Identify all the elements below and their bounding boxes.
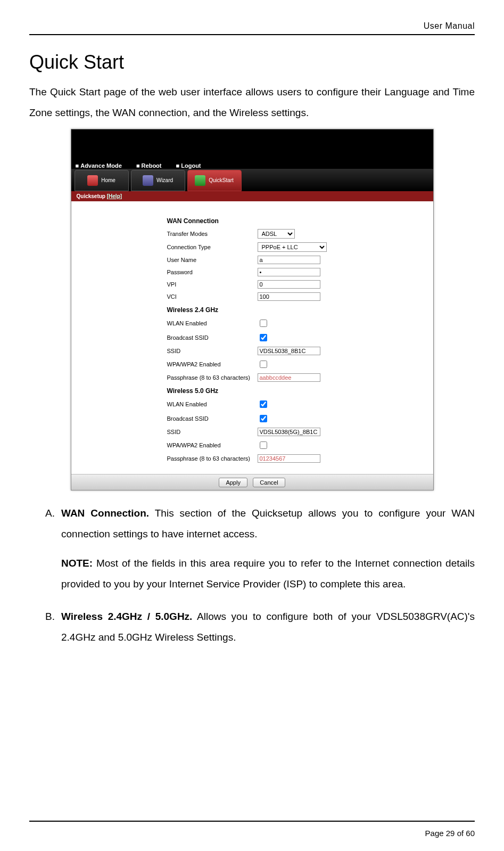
vpi-input[interactable] bbox=[258, 280, 320, 289]
quickstart-icon bbox=[195, 175, 205, 186]
breadcrumb-label: Quicksetup bbox=[77, 193, 105, 199]
wl50-broadcast-checkbox[interactable] bbox=[260, 415, 267, 422]
wl24-wpa-label: WPA/WPA2 Enabled bbox=[167, 361, 258, 367]
wl24-enabled-checkbox[interactable] bbox=[260, 320, 267, 327]
form-button-bar: Apply Cancel bbox=[71, 474, 433, 490]
tab-wizard[interactable]: Wizard bbox=[131, 170, 185, 191]
header-label: User Manual bbox=[29, 21, 475, 34]
wl50-pass-input[interactable] bbox=[258, 454, 320, 463]
item-a: WAN Connection. This section of the Quic… bbox=[45, 503, 475, 595]
connection-type-select[interactable]: PPPoE + LLC bbox=[258, 242, 327, 252]
note-label: NOTE: bbox=[61, 558, 93, 569]
item-b-title: Wireless 2.4GHz / 5.0GHz. bbox=[61, 611, 192, 622]
page-title: Quick Start bbox=[29, 51, 475, 73]
router-screenshot: ■ Advance Mode ■ Reboot ■ Logout Home Wi… bbox=[71, 129, 434, 490]
user-name-input[interactable] bbox=[258, 256, 320, 264]
quicksetup-form: WAN Connection Transfer Modes ADSL Conne… bbox=[71, 201, 433, 474]
footer-rule bbox=[29, 821, 475, 822]
wl24-enabled-label: WLAN Enabled bbox=[167, 320, 258, 326]
wizard-icon bbox=[143, 175, 153, 186]
wl24-ssid-label: SSID bbox=[167, 348, 258, 354]
connection-type-label: Connection Type bbox=[167, 244, 258, 250]
vpi-label: VPI bbox=[167, 281, 258, 288]
tab-home[interactable]: Home bbox=[75, 170, 129, 191]
router-banner bbox=[71, 129, 433, 160]
wl24-wpa-checkbox[interactable] bbox=[260, 361, 267, 368]
user-name-label: User Name bbox=[167, 257, 258, 263]
item-a-title: WAN Connection. bbox=[61, 508, 149, 519]
tab-quickstart[interactable]: QuickStart bbox=[187, 170, 242, 191]
transfer-modes-label: Transfer Modes bbox=[167, 231, 258, 237]
wl24-broadcast-label: Broadcast SSID bbox=[167, 334, 258, 341]
menu-reboot[interactable]: ■ Reboot bbox=[136, 162, 168, 169]
password-input[interactable] bbox=[258, 268, 320, 276]
tab-home-label: Home bbox=[101, 177, 115, 183]
cancel-button[interactable]: Cancel bbox=[253, 478, 285, 487]
wl24-ssid-input[interactable] bbox=[258, 347, 320, 355]
router-top-menu: ■ Advance Mode ■ Reboot ■ Logout bbox=[71, 160, 433, 169]
wl24-broadcast-checkbox[interactable] bbox=[260, 334, 267, 341]
vci-label: VCI bbox=[167, 293, 258, 300]
wl50-wpa-label: WPA/WPA2 Enabled bbox=[167, 442, 258, 448]
breadcrumb: Quicksetup [Help] bbox=[71, 191, 433, 201]
document-page: User Manual Quick Start The Quick Start … bbox=[0, 0, 504, 851]
header-rule bbox=[29, 34, 475, 35]
password-label: Password bbox=[167, 269, 258, 275]
item-b: Wireless 2.4GHz / 5.0GHz. Allows you to … bbox=[45, 607, 475, 648]
note-body: Most of the fields in this area require … bbox=[61, 558, 475, 590]
wl50-broadcast-label: Broadcast SSID bbox=[167, 415, 258, 422]
wl24-pass-label: Passphrase (8 to 63 characters) bbox=[167, 374, 258, 381]
wl50-pass-label: Passphrase (8 to 63 characters) bbox=[167, 455, 258, 462]
wl50-enabled-checkbox[interactable] bbox=[260, 400, 267, 408]
menu-advance-mode[interactable]: ■ Advance Mode bbox=[76, 162, 128, 169]
wan-section-title: WAN Connection bbox=[167, 217, 418, 225]
router-tabs: Home Wizard QuickStart bbox=[71, 169, 433, 191]
home-icon bbox=[87, 175, 98, 186]
wl50-ssid-label: SSID bbox=[167, 429, 258, 435]
wl24-section-title: Wireless 2.4 GHz bbox=[167, 306, 418, 314]
wl50-wpa-checkbox[interactable] bbox=[260, 441, 267, 449]
vci-input[interactable] bbox=[258, 292, 320, 301]
help-link[interactable]: [Help] bbox=[107, 193, 122, 199]
menu-logout[interactable]: ■ Logout bbox=[176, 162, 208, 169]
tab-quickstart-label: QuickStart bbox=[209, 177, 234, 183]
description-list: WAN Connection. This section of the Quic… bbox=[29, 503, 475, 648]
wl24-pass-input[interactable] bbox=[258, 373, 320, 382]
wl50-ssid-input[interactable] bbox=[258, 428, 320, 436]
item-a-note: NOTE: Most of the fields in this area re… bbox=[61, 553, 475, 595]
apply-button[interactable]: Apply bbox=[219, 478, 247, 487]
intro-paragraph: The Quick Start page of the web user int… bbox=[29, 82, 475, 124]
tab-wizard-label: Wizard bbox=[156, 177, 173, 183]
wl50-enabled-label: WLAN Enabled bbox=[167, 401, 258, 407]
transfer-modes-select[interactable]: ADSL bbox=[258, 229, 295, 239]
page-footer: Page 29 of 60 bbox=[425, 829, 475, 838]
wl50-section-title: Wireless 5.0 GHz bbox=[167, 387, 418, 395]
